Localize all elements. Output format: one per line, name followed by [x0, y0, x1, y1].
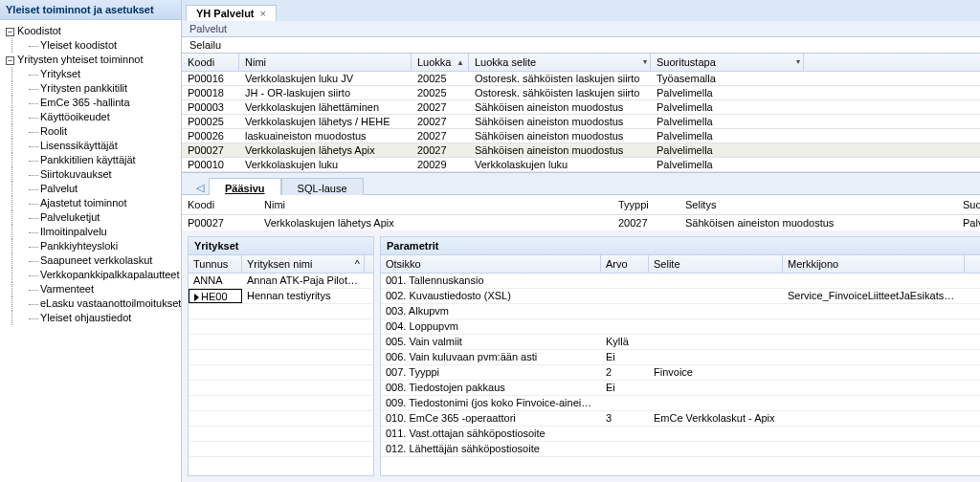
grid-row[interactable]: P00010Verkkolaskujen luku20029Verkkolask…: [182, 158, 980, 172]
tab-scroll-left-icon[interactable]: ◁: [191, 182, 209, 194]
grid-row[interactable]: P00026laskuaineiston muodostus20027Sähkö…: [182, 129, 980, 143]
company-column[interactable]: Yrityksen nimi^: [242, 255, 365, 273]
tree-item[interactable]: Ajastetut toiminnot: [29, 197, 127, 208]
column-header-luokka[interactable]: Luokka▲: [412, 54, 469, 71]
tree-item[interactable]: Saapuneet verkkolaskut: [29, 254, 152, 266]
parameters-body[interactable]: 001. Tallennuskansio002. Kuvaustiedosto …: [381, 274, 980, 457]
tree-item[interactable]: Pankkiyhteysloki: [29, 240, 118, 252]
param-column[interactable]: Selite: [649, 255, 783, 273]
tree-item[interactable]: Yleiset ohjaustiedot: [29, 312, 131, 323]
grid-row[interactable]: P00018JH - OR-laskujen siirto20025Ostore…: [182, 86, 980, 100]
cell-luokka: 20029: [412, 158, 469, 171]
tree-item[interactable]: Palvelut: [29, 183, 78, 194]
param-row[interactable]: 007. Tyyppi2Finvoice: [381, 365, 980, 381]
tree-item[interactable]: Palveluketjut: [29, 211, 100, 223]
empty-row: [189, 442, 373, 457]
grid-row[interactable]: P00027Verkkolaskujen lähetys Apix20027Sä…: [182, 143, 980, 158]
chevron-down-icon[interactable]: ▾: [796, 57, 800, 66]
cell-koodi: P00026: [182, 129, 239, 142]
grid-row[interactable]: P00025Verkkolaskujen lähetys / HEHE20027…: [182, 115, 980, 129]
tree-item[interactable]: Siirtokuvaukset: [29, 168, 112, 180]
tree-item[interactable]: Varmenteet: [29, 283, 94, 295]
grid-row[interactable]: P00016Verkkolaskujen luku JV20025Ostores…: [182, 72, 980, 86]
param-row[interactable]: 010. EmCe 365 -operaattori3EmCe Verkkola…: [381, 411, 980, 427]
tab-yh-palvelut[interactable]: YH Palvelut ×: [186, 5, 277, 21]
cell-luokka: 20027: [412, 129, 469, 142]
companies-body[interactable]: ANNAAnnan ATK-Paja Pilotti OyHE00Hennan …: [189, 274, 373, 457]
param-cell: [601, 442, 649, 456]
param-row[interactable]: 006. Vain kuluvaan pvm:ään astiEi: [381, 350, 980, 365]
tree-item[interactable]: Käyttöoikeudet: [29, 111, 110, 122]
group-tab-palvelut[interactable]: Palvelut: [182, 21, 980, 37]
company-column[interactable]: Tunnus: [189, 255, 242, 273]
grid-body[interactable]: P00016Verkkolaskujen luku JV20025Ostores…: [182, 72, 980, 172]
param-row[interactable]: 003. Alkupvm: [381, 304, 980, 319]
cell-koodi: P00018: [182, 86, 239, 99]
empty-row: [189, 365, 373, 381]
column-header-koodi[interactable]: Koodi: [182, 54, 239, 71]
scroll-up-icon[interactable]: ^: [355, 258, 360, 270]
param-cell: [649, 396, 783, 410]
tree-toggle-icon[interactable]: −: [6, 28, 14, 36]
company-row[interactable]: HE00Hennan testiyritys: [189, 289, 373, 304]
param-cell: 007. Tyyppi: [381, 365, 601, 380]
param-row[interactable]: 012. Lähettäjän sähköpostiosoite: [381, 442, 980, 457]
tree-item[interactable]: EmCe 365 -hallinta: [29, 97, 130, 108]
param-cell: [601, 304, 649, 318]
tree-group-label[interactable]: Yritysten yhteiset toiminnot: [17, 54, 143, 65]
tree-toggle-icon[interactable]: −: [6, 56, 14, 65]
param-cell: [649, 350, 783, 364]
parameters-title: Parametrit: [381, 237, 980, 255]
param-cell: [783, 396, 965, 410]
tab-label: YH Palvelut: [196, 8, 255, 19]
param-cell: [649, 274, 783, 288]
column-header-nimi[interactable]: Nimi: [239, 54, 412, 71]
param-column[interactable]: Arvo: [601, 255, 649, 273]
param-row[interactable]: 001. Tallennuskansio: [381, 274, 980, 289]
services-grid: KoodiNimiLuokka▲Luokka selite▾Suoritusta…: [182, 54, 980, 172]
param-row[interactable]: 004. Loppupvm: [381, 319, 980, 335]
column-header-tapa[interactable]: Suoritustapa▾: [651, 54, 804, 71]
param-cell: [649, 304, 783, 318]
company-name: Hennan testiyritys: [242, 289, 365, 303]
param-row[interactable]: 008. Tiedostojen pakkausEi: [381, 381, 980, 396]
param-cell: 008. Tiedostojen pakkaus: [381, 381, 601, 395]
tree-item[interactable]: Ilmoitinpalvelu: [29, 226, 107, 237]
param-cell: 003. Alkupvm: [381, 304, 601, 318]
param-cell: 009. Tiedostonimi (jos koko Finvoice-ain…: [381, 396, 601, 410]
sort-asc-icon[interactable]: ▲: [457, 58, 464, 67]
param-cell: Ei: [601, 381, 649, 395]
tree-item[interactable]: Verkkopankkipalkkapalautteet: [29, 269, 180, 280]
tree-group-label[interactable]: Koodistot: [17, 25, 61, 36]
grid-row[interactable]: P00003Verkkolaskujen lähettäminen20027Sä…: [182, 100, 980, 115]
company-row[interactable]: ANNAAnnan ATK-Paja Pilotti Oy: [189, 274, 373, 289]
cell-luokka: 20027: [412, 143, 469, 157]
param-row[interactable]: 005. Vain valmiitKyllä: [381, 335, 980, 350]
tree-item[interactable]: Roolit: [29, 125, 67, 137]
detail-area: KoodiNimiTyyppiSelitysSuoritustapa P0002…: [182, 195, 980, 230]
current-row-marker-icon: [194, 294, 199, 301]
param-column[interactable]: Otsikko: [381, 255, 601, 273]
param-row[interactable]: 009. Tiedostonimi (jos koko Finvoice-ain…: [381, 396, 980, 411]
lower-panels: Yritykset TunnusYrityksen nimi^ ANNAAnna…: [182, 230, 980, 482]
column-header-selite[interactable]: Luokka selite▾: [469, 54, 651, 71]
param-cell: 2: [601, 365, 649, 380]
tree-item[interactable]: eLasku vastaanottoilmoitukset: [29, 297, 181, 309]
param-row[interactable]: 011. Vast.ottajan sähköpostiosoite: [381, 427, 980, 442]
param-column[interactable]: Merkkijono: [783, 255, 965, 273]
detail-column: Koodi: [182, 195, 258, 214]
tree-item[interactable]: Pankkitilien käyttäjät: [29, 154, 136, 165]
detail-value: Sähköisen aineiston muodostus: [679, 214, 957, 230]
empty-row: [189, 427, 373, 442]
cell-selite: Sähköisen aineiston muodostus: [469, 129, 651, 142]
param-cell: [649, 427, 783, 441]
tree-item[interactable]: Lisenssikäyttäjät: [29, 140, 118, 151]
chevron-down-icon[interactable]: ▾: [643, 57, 647, 66]
tree-item[interactable]: Yritysten pankkitilit: [29, 82, 127, 94]
tree-item[interactable]: Yleiset koodistot: [29, 39, 117, 51]
cell-tapa: Palvelimella: [651, 115, 804, 128]
tree-item[interactable]: Yritykset: [29, 68, 80, 79]
close-icon[interactable]: ×: [260, 8, 266, 19]
cell-nimi: Verkkolaskujen lähetys Apix: [239, 143, 412, 157]
param-row[interactable]: 002. Kuvaustiedosto (XSL)Service_Finvoic…: [381, 289, 980, 304]
